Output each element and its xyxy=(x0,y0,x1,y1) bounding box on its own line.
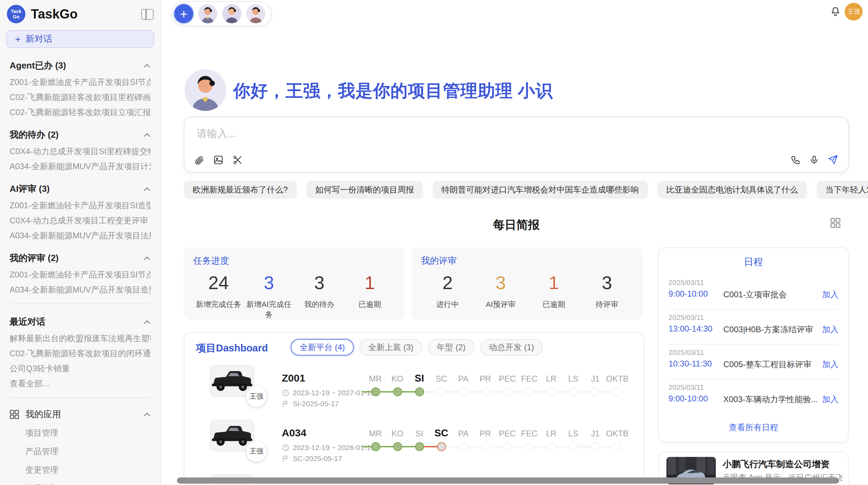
app-sub-item[interactable]: 查看全部... xyxy=(25,483,151,485)
milestone-label: PA xyxy=(458,429,468,438)
sidebar-item[interactable]: Z001-全新燃油皮卡产品开发项目SI节点Lesson Learn报告 xyxy=(10,78,151,87)
stat-column: 3新增AI完成任务 xyxy=(244,273,294,320)
suggestion-chip[interactable]: 欧洲新规最近颁布了什么? xyxy=(184,181,297,199)
suggestion-chip[interactable]: 特朗普可能对进口汽车增税会对中国车企造成哪些影响 xyxy=(432,181,648,199)
collapse-sidebar-icon[interactable] xyxy=(141,9,154,20)
task-progress-card: 任务进度 24新增完成任务3新增AI完成任务3我的待办1已逾期 xyxy=(184,247,405,320)
recent-chat-item[interactable]: 解释最新出台的欧盟报废车法规再生塑料比例被调至15%... xyxy=(10,334,151,343)
recent-chat-item[interactable]: 公司Q3轻卡销量 xyxy=(10,364,151,373)
milestone-dot xyxy=(459,442,468,451)
schedule-title: 日程 xyxy=(659,256,848,269)
attachment-icon[interactable] xyxy=(194,155,204,165)
stat-label: 已逾期 xyxy=(527,299,580,310)
logo-line1: Task xyxy=(11,9,22,14)
project-row[interactable]: 王强Z0012023-12-19 ~ 2027-01-19SI-2025-05-… xyxy=(184,365,643,423)
recent-chats-header[interactable]: 最近对话 xyxy=(10,316,151,328)
milestone-dot xyxy=(569,442,578,451)
agent-avatar-3[interactable] xyxy=(246,4,265,23)
sidebar-section-title: 我的待办 (2) xyxy=(10,129,59,141)
project-date-range: 2023-12-19 ~ 2027-01-19 xyxy=(282,388,375,397)
recent-chat-item[interactable]: 查看全部... xyxy=(10,380,151,388)
my-review-title: 我的评审 xyxy=(421,255,634,267)
suggestion-chip[interactable]: 当下年轻人对汽车外观有怎样的喜好趋势 xyxy=(816,181,868,199)
chat-input[interactable] xyxy=(195,127,837,140)
milestone-dot xyxy=(371,387,380,396)
notification-bell-icon[interactable] xyxy=(830,6,841,21)
agent-avatar-1[interactable] xyxy=(198,4,217,23)
new-conversation-button[interactable]: + xyxy=(174,4,193,23)
flag-icon xyxy=(282,400,289,407)
sidebar-item[interactable]: C0X4-动力总成开发项目工程变更评审 xyxy=(10,216,151,225)
horizontal-scrollbar[interactable] xyxy=(177,477,839,484)
project-milestone-date: SC-2025-05-17 xyxy=(282,454,342,462)
join-link[interactable]: 加入 xyxy=(822,359,839,371)
dashboard-tab[interactable]: 全新上装 (3) xyxy=(359,339,422,356)
join-link[interactable]: 加入 xyxy=(822,394,839,406)
microphone-icon[interactable] xyxy=(809,154,819,165)
scissors-icon[interactable] xyxy=(232,155,243,165)
app-sub-item[interactable]: 项目管理 xyxy=(25,427,151,439)
sidebar-item[interactable]: C0X4-动力总成开发项目SI里程碑提交物检查 xyxy=(10,147,151,156)
dashboard-tab[interactable]: 年型 (2) xyxy=(428,339,474,356)
new-chat-button[interactable]: + 新对话 xyxy=(6,30,154,48)
milestone-dot xyxy=(613,442,622,451)
image-upload-icon[interactable] xyxy=(213,155,224,165)
stat-value: 1 xyxy=(527,273,580,293)
task-progress-title: 任务进度 xyxy=(193,255,395,267)
dashboard-title: 项目Dashboard xyxy=(196,342,268,355)
assistant-avatar xyxy=(184,69,226,111)
dashboard-tab[interactable]: 全新平台 (4) xyxy=(291,339,354,356)
stat-label: 已逾期 xyxy=(345,299,395,310)
sidebar-item[interactable]: C02-飞腾新能源轻客改款项目里程碑画布 xyxy=(10,93,151,102)
project-code: A034 xyxy=(282,427,306,438)
send-icon[interactable] xyxy=(828,154,839,165)
recent-chat-item[interactable]: C02-飞腾新能源轻客改款项目的闭环通告反馈情况 xyxy=(10,349,151,358)
sidebar-divider xyxy=(10,303,151,304)
recent-chats-title: 最近对话 xyxy=(10,316,45,328)
task-progress-stats: 24新增完成任务3新增AI完成任务3我的待办1已逾期 xyxy=(193,273,395,320)
suggestion-chip[interactable]: 比亚迪全固态电池计划具体说了什么 xyxy=(657,181,807,199)
join-link[interactable]: 加入 xyxy=(822,289,839,301)
sidebar-item[interactable]: A034-全新新能源MUV产品开发项目法规符合性评审 xyxy=(10,232,151,240)
sidebar-item[interactable]: A034-全新新能源MUV产品开发项目造型可行性评审 xyxy=(10,286,151,295)
schedule-time: 9:00-10:00 xyxy=(668,394,708,403)
sidebar-divider xyxy=(10,397,151,398)
date-range-text: 2023-12-19 ~ 2026-01-19 xyxy=(293,443,375,451)
agent-avatar-2[interactable] xyxy=(222,4,241,23)
view-all-schedule-link[interactable]: 查看所有日程 xyxy=(659,422,848,434)
app-sub-item[interactable]: 产品管理 xyxy=(25,446,151,458)
suggestion-chips: 欧洲新规最近颁布了什么?如何写一份清晰的项目周报特朗普可能对进口汽车增税会对中国… xyxy=(184,181,868,199)
sidebar-item[interactable]: Z001-全新燃油轻卡产品开发项目SI节点属性5D文件评审 xyxy=(10,271,151,279)
apps-grid-icon xyxy=(10,410,19,419)
new-chat-label: 新对话 xyxy=(25,33,52,45)
dashboard-tab[interactable]: 动总开发 (1) xyxy=(480,339,543,356)
owner-badge: 王强 xyxy=(246,386,267,407)
chevron-up-icon xyxy=(143,132,151,138)
sidebar-section-header[interactable]: 我的评审 (2) xyxy=(10,252,151,264)
milestone-label: LR xyxy=(546,429,557,438)
sidebar-section-header[interactable]: 我的待办 (2) xyxy=(10,129,151,141)
schedule-event-title: C003|H0B-方案冻结评审 xyxy=(723,324,813,336)
composer-right-icons xyxy=(791,154,839,165)
project-row[interactable]: 王强A0342023-12-19 ~ 2026-01-19SC-2025-05-… xyxy=(184,420,643,478)
stat-column: 24新增完成任务 xyxy=(193,273,244,320)
sidebar-item[interactable]: C02-飞腾新能源轻客改款项目立项汇报方案 xyxy=(10,108,151,117)
sidebar-item[interactable]: A034-全新新能源MUV产品开发项目计划变更表编写 xyxy=(10,162,151,171)
sidebar-item[interactable]: Z001-全新燃油轻卡产品开发项目SI造型提交物评审 xyxy=(10,201,151,210)
suggestion-chip[interactable]: 如何写一份清晰的项目周报 xyxy=(306,181,423,199)
phone-icon[interactable] xyxy=(791,154,801,165)
milestone-dot xyxy=(525,442,534,451)
sidebar-section-header[interactable]: Agent已办 (3) xyxy=(10,60,151,72)
layout-grid-icon[interactable] xyxy=(830,218,841,231)
milestone-dot xyxy=(415,442,424,451)
sidebar-header: Task Go TaskGo xyxy=(0,0,160,23)
user-avatar[interactable]: 王强 xyxy=(845,3,863,21)
join-link[interactable]: 加入 xyxy=(822,324,839,336)
milestone-label: LS xyxy=(568,374,578,384)
sidebar-item-my-apps[interactable]: 我的应用 xyxy=(10,408,151,421)
app-sub-item[interactable]: 变更管理 xyxy=(25,464,151,476)
chevron-up-icon xyxy=(143,186,151,192)
sidebar-section-header[interactable]: AI评审 (3) xyxy=(10,183,151,195)
milestone-label: PEC xyxy=(499,374,516,384)
plus-icon: + xyxy=(15,34,21,44)
